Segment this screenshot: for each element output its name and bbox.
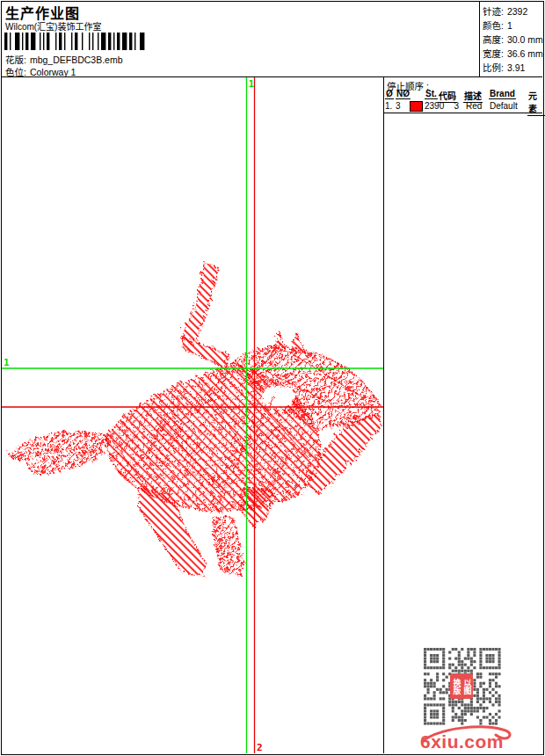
cell-stitches: 2390: [425, 101, 444, 111]
site-logo-text: 6xiu.com: [420, 731, 504, 752]
stamp-text-left: 换版: [452, 679, 461, 694]
start-marker-left: 1: [4, 357, 10, 368]
embroidery-horse-design: [7, 262, 381, 575]
horse-raised-foreleg: [179, 262, 217, 343]
col-header-needle: NØ: [396, 89, 411, 99]
qr-code: 以图 换版: [424, 648, 501, 725]
scale-label: 比例:: [483, 62, 504, 73]
pattern-filename: mbg_DEFBDC3B.emb: [30, 55, 123, 65]
scale-row: 比例:3.91: [483, 61, 525, 74]
stamp-text-right: 以图: [462, 679, 472, 694]
cell-brand: Default: [490, 101, 518, 111]
height-value: 30.0 mm: [507, 34, 543, 45]
start-marker-top: 1: [249, 78, 255, 90]
horse-hind-leg-b: [212, 515, 243, 573]
col-header-element: 元素: [527, 89, 545, 116]
design-canvas: 1 1 2: [2, 77, 383, 753]
col-header-number: Ø: [385, 89, 394, 99]
horse-forearm: [179, 335, 227, 366]
colorway-value: Colorway 1: [30, 67, 76, 77]
width-value: 36.6 mm: [507, 48, 543, 59]
width-label: 宽度:: [483, 48, 504, 59]
stitch-count-value: 2392: [507, 6, 527, 17]
barcode: [4, 33, 145, 50]
col-header-brand: Brand: [489, 89, 516, 99]
cell-description: Red: [466, 101, 482, 111]
qr-center-stamp: 以图 换版: [450, 673, 473, 699]
colorway-row: 色位:Colorway 1: [5, 65, 76, 78]
color-count-value: 1: [507, 20, 512, 31]
production-worksheet-page: 生产作业图 Wilcom(汇宝)装饰工作室 花版:mbg_DEFBDC3B.em…: [0, 0, 545, 756]
color-count-row: 颜色:1: [483, 18, 512, 32]
studio-name: Wilcom(汇宝)装饰工作室: [5, 19, 101, 33]
height-label: 高度:: [483, 34, 504, 45]
color-count-label: 颜色:: [483, 20, 504, 31]
stitch-count-row: 针迹:2392: [483, 4, 527, 18]
design-right-border: [383, 76, 384, 753]
cell-code: 3: [443, 101, 459, 111]
end-marker-bottom: 2: [257, 742, 263, 753]
cell-needle: 3: [396, 101, 401, 111]
pattern-label: 花版:: [5, 55, 26, 65]
pattern-row: 花版:mbg_DEFBDC3B.emb: [5, 53, 123, 66]
horse-front-lower-leg: [240, 486, 271, 526]
table-bottom-border: [383, 113, 542, 113]
site-logo: 6xiu.com: [415, 721, 520, 754]
color-swatch: [410, 101, 423, 112]
saddle-gap: [260, 384, 294, 407]
info-panel-left-border: [479, 1, 480, 77]
colorway-label: 色位:: [5, 67, 26, 77]
cell-number: 1.: [385, 101, 392, 111]
height-row: 高度:30.0 mm: [483, 33, 543, 46]
width-row: 宽度:36.6 mm: [483, 47, 543, 60]
scale-value: 3.91: [507, 62, 525, 73]
stitch-count-label: 针迹:: [483, 6, 504, 17]
col-header-stitches: St.: [425, 89, 438, 99]
